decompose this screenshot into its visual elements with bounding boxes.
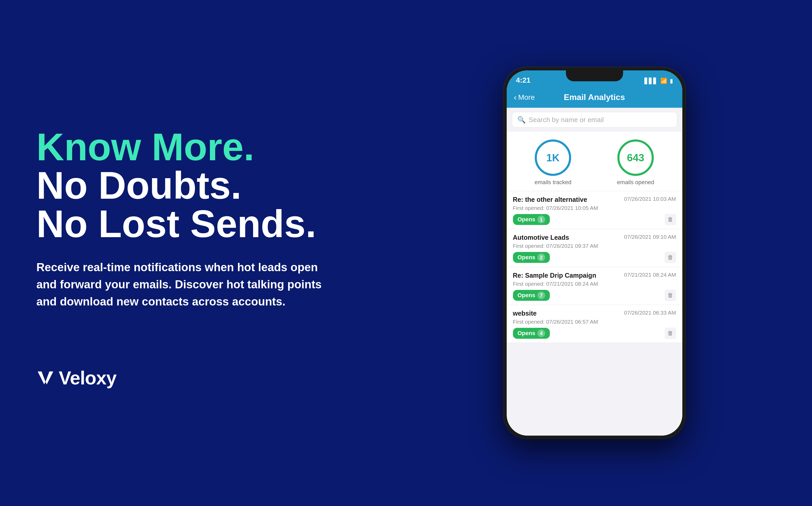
phone-device: 4:21 ▋▋▋ 📶 ▮ ‹ More Email Analytics 🔍	[504, 67, 685, 439]
phone-screen: 4:21 ▋▋▋ 📶 ▮ ‹ More Email Analytics 🔍	[507, 70, 682, 436]
status-icons: ▋▋▋ 📶 ▮	[644, 78, 673, 84]
nav-back-button[interactable]: ‹ More	[514, 92, 535, 102]
chevron-left-icon: ‹	[514, 92, 517, 102]
email-list-item[interactable]: website 07/26/2021 06:33 AM First opened…	[507, 305, 682, 343]
opens-label: Opens	[517, 292, 535, 299]
headline-line1: Know More.	[36, 128, 351, 166]
email-list-item[interactable]: Automotive Leads 07/26/2021 09:10 AM Fir…	[507, 229, 682, 267]
nav-bar: ‹ More Email Analytics	[507, 87, 682, 108]
headline-line3: No Lost Sends.	[36, 205, 351, 243]
signal-icon: ▋▋▋	[644, 78, 658, 84]
email-subject: Re: Sample Drip Campaign	[513, 272, 596, 279]
email-first-opened: First opened: 07/26/2021 09:37 AM	[513, 243, 676, 249]
status-time: 4:21	[516, 76, 531, 84]
opens-label: Opens	[517, 254, 535, 261]
logo-text: Veloxy	[59, 367, 116, 389]
email-list-item[interactable]: Re: Sample Drip Campaign 07/21/2021 08:2…	[507, 267, 682, 305]
email-timestamp: 07/21/2021 08:24 AM	[624, 272, 676, 278]
email-first-opened: First opened: 07/26/2021 06:57 AM	[513, 319, 676, 325]
delete-button[interactable]: 🗑	[665, 214, 676, 225]
emails-opened-value: 643	[627, 152, 644, 164]
battery-icon: ▮	[670, 78, 673, 84]
nav-back-label: More	[518, 93, 535, 101]
opens-count: 7	[537, 291, 545, 299]
email-first-opened: First opened: 07/26/2021 10:05 AM	[513, 205, 676, 211]
veloxy-logo-icon	[36, 369, 55, 387]
right-panel: 4:21 ▋▋▋ 📶 ▮ ‹ More Email Analytics 🔍	[377, 0, 812, 506]
email-subject: website	[513, 310, 537, 317]
search-area: 🔍 Search by name or email	[507, 108, 682, 132]
svg-marker-0	[38, 371, 46, 385]
wifi-icon: 📶	[660, 78, 667, 84]
delete-button[interactable]: 🗑	[665, 328, 676, 339]
emails-tracked-circle: 1K	[535, 140, 571, 176]
opens-label: Opens	[517, 330, 535, 337]
email-timestamp: 07/26/2021 06:33 AM	[624, 310, 676, 316]
email-list-item[interactable]: Re: the other alternative 07/26/2021 10:…	[507, 191, 682, 229]
main-headline: Know More. No Doubts. No Lost Sends.	[36, 128, 351, 243]
headline-line2: No Doubts.	[36, 166, 351, 205]
logo-area: Veloxy	[36, 367, 351, 389]
email-subject: Re: the other alternative	[513, 196, 587, 203]
delete-button[interactable]: 🗑	[665, 289, 676, 301]
subtext: Receive real-time notifications when hot…	[36, 259, 322, 310]
search-icon: 🔍	[517, 116, 525, 124]
email-timestamp: 07/26/2021 09:10 AM	[624, 234, 676, 240]
delete-button[interactable]: 🗑	[665, 252, 676, 263]
email-list: Re: the other alternative 07/26/2021 10:…	[507, 191, 682, 343]
left-panel: Know More. No Doubts. No Lost Sends. Rec…	[0, 0, 377, 506]
svg-marker-1	[46, 371, 53, 385]
nav-title: Email Analytics	[564, 92, 625, 102]
search-box[interactable]: 🔍 Search by name or email	[512, 112, 677, 128]
email-subject: Automotive Leads	[513, 234, 569, 241]
emails-opened-label: emails opened	[617, 179, 654, 186]
emails-tracked-stat: 1K emails tracked	[535, 140, 571, 186]
stats-area: 1K emails tracked 643 emails opened	[507, 132, 682, 191]
emails-tracked-value: 1K	[547, 152, 560, 164]
opens-count: 1	[537, 216, 545, 224]
emails-opened-circle: 643	[618, 140, 654, 176]
opens-count: 4	[537, 329, 545, 337]
phone-notch	[566, 70, 623, 81]
emails-tracked-label: emails tracked	[535, 179, 571, 186]
opens-badge: Opens 1	[513, 214, 550, 225]
opens-count: 2	[537, 254, 545, 261]
email-timestamp: 07/26/2021 10:03 AM	[624, 196, 676, 202]
emails-opened-stat: 643 emails opened	[617, 140, 654, 186]
opens-badge: Opens 4	[513, 328, 550, 339]
opens-badge: Opens 2	[513, 252, 550, 263]
search-input[interactable]: Search by name or email	[529, 116, 604, 124]
email-first-opened: First opened: 07/21/2021 08:24 AM	[513, 281, 676, 287]
opens-badge: Opens 7	[513, 290, 550, 301]
opens-label: Opens	[517, 216, 535, 223]
